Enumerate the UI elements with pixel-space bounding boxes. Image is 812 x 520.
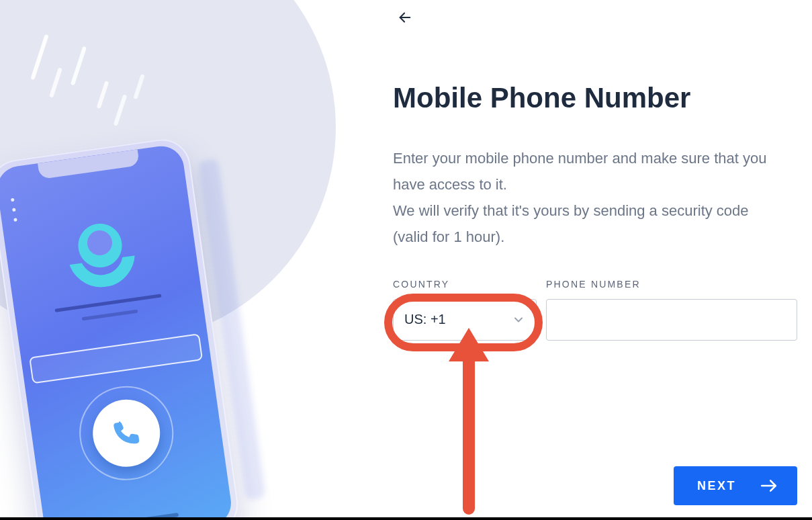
- arrow-left-icon: [398, 10, 412, 25]
- phone-icon: [109, 416, 144, 451]
- illustration-divider: [54, 294, 161, 312]
- illustration-divider: [82, 310, 138, 321]
- call-button-ring: [73, 380, 179, 486]
- user-avatar-icon: [63, 216, 139, 292]
- chevron-down-icon: [512, 313, 525, 327]
- page-title: Mobile Phone Number: [393, 82, 797, 114]
- next-button-label: NEXT: [697, 479, 736, 493]
- page-description: Enter your mobile phone number and make …: [393, 145, 782, 251]
- phone-number-label: PHONE NUMBER: [546, 279, 797, 290]
- country-select-value: US: +1: [404, 312, 446, 327]
- next-button[interactable]: NEXT: [674, 466, 797, 505]
- illustration-phone-body: [0, 136, 242, 517]
- arrow-right-icon: [760, 479, 778, 492]
- status-dots: [11, 198, 17, 222]
- phone-illustration: [0, 0, 390, 517]
- illustration-input: [29, 333, 203, 384]
- country-select[interactable]: US: +1: [393, 299, 537, 341]
- description-line: We will verify that it's yours by sendin…: [393, 202, 749, 245]
- back-button[interactable]: [393, 5, 417, 30]
- description-line: Enter your mobile phone number and make …: [393, 150, 766, 193]
- home-indicator: [99, 513, 179, 517]
- country-label: COUNTRY: [393, 279, 537, 290]
- phone-number-input[interactable]: [546, 299, 797, 341]
- call-button-icon: [89, 395, 165, 471]
- phone-notch: [38, 149, 140, 179]
